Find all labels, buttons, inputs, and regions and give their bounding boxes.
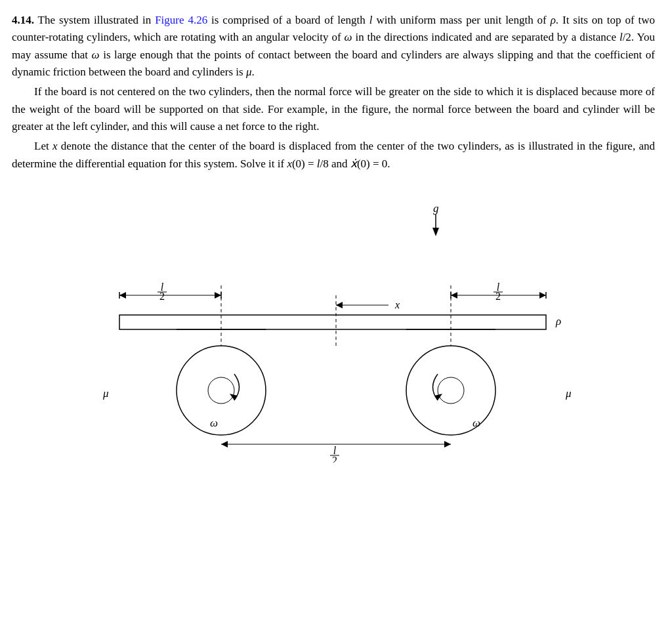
svg-marker-2 xyxy=(432,228,439,236)
svg-rect-3 xyxy=(119,315,546,329)
svg-text:ω: ω xyxy=(210,417,218,429)
svg-point-5 xyxy=(208,377,234,404)
svg-text:2: 2 xyxy=(159,291,165,302)
svg-text:2: 2 xyxy=(332,455,337,463)
svg-text:g: g xyxy=(433,202,439,215)
svg-text:ω: ω xyxy=(472,417,480,429)
svg-marker-34 xyxy=(444,441,451,448)
svg-text:μ: μ xyxy=(102,387,109,400)
svg-point-4 xyxy=(177,346,266,435)
problem-text: 4.14. The system illustrated in Figure 4… xyxy=(12,12,655,173)
svg-point-8 xyxy=(438,377,464,404)
svg-text:2: 2 xyxy=(495,291,501,302)
svg-text:x: x xyxy=(394,299,400,310)
figure-link[interactable]: Figure 4.26 xyxy=(155,14,207,26)
svg-marker-28 xyxy=(539,292,546,299)
figure-diagram: g xyxy=(67,194,605,463)
svg-marker-16 xyxy=(119,292,126,299)
svg-text:ρ: ρ xyxy=(555,315,561,327)
svg-marker-22 xyxy=(336,302,343,308)
problem-number: 4.14. xyxy=(12,14,34,26)
svg-marker-33 xyxy=(221,441,228,448)
svg-point-7 xyxy=(406,346,495,435)
svg-marker-17 xyxy=(215,292,221,299)
diagram-container: g xyxy=(12,194,660,469)
svg-marker-27 xyxy=(451,292,457,299)
svg-text:μ: μ xyxy=(565,387,572,400)
